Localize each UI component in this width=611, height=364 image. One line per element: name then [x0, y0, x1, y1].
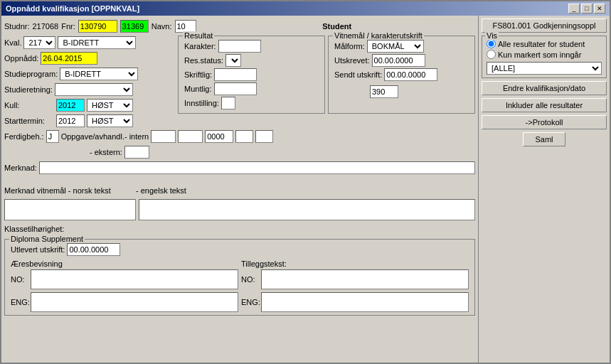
no1-label: NO:: [11, 275, 28, 284]
skriftlig-row: Skriftlig:: [184, 68, 319, 82]
norsk-textarea[interactable]: [4, 199, 136, 220]
skriftlig-label: Skriftlig:: [184, 70, 212, 79]
engelsk-label: - engelsk tekst: [136, 186, 186, 195]
merknad-row: Merknad:: [4, 161, 475, 175]
karakter-row: Karakter:: [184, 39, 319, 53]
studieprogram-select[interactable]: B-IDRETT: [60, 68, 138, 80]
muntlig-row: Muntlig:: [184, 82, 319, 96]
eng2-textarea[interactable]: [261, 292, 469, 312]
oppnadd-input[interactable]: [41, 52, 97, 65]
starttermin-input1[interactable]: [56, 114, 85, 127]
diploma-group: Diploma Supplement Utlevert utskrift: Ær…: [4, 239, 475, 316]
main-content: Studnr: 217068 Fnr: Navn: Student Kval. …: [1, 16, 610, 363]
minimize-button[interactable]: _: [568, 4, 580, 14]
oppgave-label: Oppgave/avhandl.- intern: [61, 132, 149, 141]
malform-select[interactable]: BOKMÅL: [367, 40, 424, 53]
no2-row: NO:: [241, 269, 469, 289]
main-window: Oppnådd kvalifikasjon [OPPNKVAL] _ □ ✕ S…: [0, 0, 611, 364]
no2-textarea[interactable]: [261, 269, 469, 289]
radio-alle-label: Alle resultater for student: [498, 40, 585, 48]
skriftlig-input[interactable]: [214, 68, 257, 81]
sendt-input[interactable]: [384, 68, 437, 81]
protokoll-button[interactable]: ->Protokoll: [482, 115, 607, 129]
tilleggstekst-col: Tilleggstekst: NO: ENG:: [241, 259, 469, 312]
studnr-label: Studnr:: [4, 22, 29, 31]
oppnadd-row: Oppnådd:: [4, 51, 175, 65]
kull-row: Kull: HØST: [4, 98, 175, 112]
eng1-textarea[interactable]: [31, 292, 238, 312]
radio-markert-label: Kun markert som inngår: [498, 50, 581, 59]
student-label: Student: [199, 22, 476, 31]
no1-row: NO:: [11, 269, 238, 289]
ekstern-row: - ekstern:: [4, 145, 475, 159]
kval-row: Kval. 217 B-IDRETT Oppnådd: Studieprogr: [4, 36, 475, 128]
intern-input5[interactable]: [255, 130, 273, 143]
res-status-label: Res.status:: [184, 56, 223, 65]
radio2-row: Kun markert som inngår: [487, 50, 602, 59]
inkluder-button[interactable]: Inkluder alle resultater: [482, 98, 607, 112]
merknad-vitnemal-labels: Merknad vitnemål - norsk tekst - engelsk…: [4, 183, 475, 198]
starttermin-row: Starttermin: HØST: [4, 114, 175, 128]
intern-val3[interactable]: [205, 130, 233, 143]
no1-textarea[interactable]: [31, 269, 238, 289]
innstilling-label: Innstilling:: [184, 99, 219, 107]
malform-label: Målform:: [334, 42, 365, 50]
intern-input4[interactable]: [235, 130, 253, 143]
vis-group: Vis Alle resultater for student Kun mark…: [482, 36, 607, 78]
studieretning-select[interactable]: [55, 83, 133, 96]
radio-markert[interactable]: [487, 50, 496, 59]
radio-alle[interactable]: [487, 39, 496, 48]
kull-input1[interactable]: [56, 99, 85, 112]
utskrevet-row: Utskrevet:: [334, 53, 469, 68]
kval-select[interactable]: 217: [23, 36, 55, 49]
value390-row: [334, 85, 469, 99]
fnr-input2[interactable]: [120, 20, 149, 33]
fs-button[interactable]: FS801.001 Godkjenningsoppl: [482, 18, 607, 33]
ferdigbeh-input[interactable]: [46, 130, 59, 143]
kull-select[interactable]: HØST: [87, 99, 133, 112]
diploma-cols: Æresbevisning NO: ENG: Tilleggst: [11, 259, 469, 312]
right-panel: FS801.001 Godkjenningsoppl Vis Alle resu…: [478, 16, 610, 363]
alle-select[interactable]: [ALLE]: [487, 62, 602, 75]
innstilling-input[interactable]: [221, 97, 235, 109]
title-bar: Oppnådd kvalifikasjon [OPPNKVAL] _ □ ✕: [1, 1, 610, 16]
kval-field-row: Kval. 217 B-IDRETT: [4, 36, 175, 50]
studieprogram-row: Studieprogram: B-IDRETT: [4, 67, 175, 81]
close-button[interactable]: ✕: [594, 4, 605, 14]
oppnadd-label: Oppnådd:: [4, 54, 38, 63]
spacer1: [4, 176, 475, 182]
bidrett-select[interactable]: B-IDRETT: [58, 36, 136, 49]
res-status-select[interactable]: [225, 54, 241, 67]
ferdigbeh-label: Ferdigbeh.:: [4, 132, 44, 141]
window-title: Oppnådd kvalifikasjon [OPPNKVAL]: [6, 4, 139, 13]
eng1-label: ENG:: [11, 298, 28, 306]
intern-input1[interactable]: [151, 130, 176, 143]
value390-input[interactable]: [370, 85, 398, 98]
muntlig-input[interactable]: [214, 82, 257, 95]
sendt-label: Sendt utskrift:: [334, 70, 382, 79]
utlevert-row: Utlevert utskrift:: [11, 242, 469, 257]
fnr-input1[interactable]: [78, 20, 117, 33]
utskrevet-input[interactable]: [372, 54, 425, 67]
tilleggstekst-label: Tilleggstekst:: [241, 259, 469, 268]
studnr-value: 217068: [32, 22, 58, 31]
ekstern-input[interactable]: [124, 146, 149, 159]
diploma-group-label: Diploma Supplement: [9, 235, 85, 243]
malform-row: Målform: BOKMÅL: [334, 39, 469, 53]
saml-button[interactable]: Saml: [523, 132, 565, 146]
vis-label: Vis: [485, 31, 499, 40]
maximize-button[interactable]: □: [581, 4, 593, 14]
merknad-input[interactable]: [39, 161, 475, 174]
kval-label: Kval.: [4, 38, 21, 47]
intern-input2[interactable]: [178, 130, 203, 143]
merknad-label: Merknad:: [4, 164, 37, 172]
starttermin-select[interactable]: HØST: [87, 114, 133, 127]
engelsk-textarea[interactable]: [139, 199, 475, 220]
endre-button[interactable]: Endre kvalifikasjon/dato: [482, 81, 607, 95]
klassetilhorighet-label: Klassetilhørighet:: [4, 225, 64, 233]
resultat-group: Resultat Karakter: Res.status:: [178, 36, 325, 114]
karakter-input[interactable]: [218, 40, 261, 53]
utlevert-label: Utlevert utskrift:: [11, 245, 65, 254]
utlevert-input[interactable]: [67, 243, 120, 256]
aresbevisning-col: Æresbevisning NO: ENG:: [11, 259, 238, 312]
